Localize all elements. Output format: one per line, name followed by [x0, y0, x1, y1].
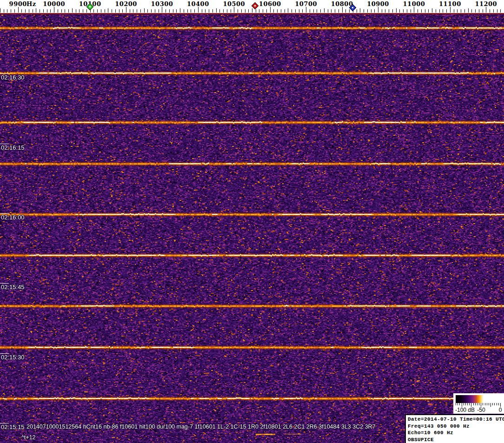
- detection-status-text: 20140710001512564 hCnt16 nb-86 f10601 hi…: [27, 423, 376, 430]
- time-label: 02:16:30: [1, 74, 25, 81]
- freq-axis-unit-label: Hz: [27, 0, 36, 7]
- spectrogram-screen: 9900Hz1000010100102001030010400105001060…: [0, 0, 504, 443]
- freq-tick-label: 10500: [223, 0, 245, 7]
- freq-tick-label: 10600: [259, 0, 281, 7]
- time-label: 02:16:00: [1, 214, 25, 221]
- info-date-time: Date=2014-07-10 Time=00:16 UTC: [408, 416, 504, 423]
- blue-marker-center-dot: [352, 7, 353, 8]
- freq-tick-label: 11200: [475, 0, 497, 7]
- freq-tick-label: 10200: [115, 0, 137, 7]
- red-marker-diamond-icon[interactable]: [251, 2, 259, 10]
- info-rx-frequency: Freq=143 050 000 Hz: [408, 423, 504, 430]
- red-marker-center-dot: [254, 5, 256, 7]
- freq-tick-label: 10000: [43, 0, 65, 7]
- freq-tick-label: 11000: [403, 0, 425, 7]
- legend-label-50db: -50: [477, 407, 485, 413]
- freq-tick-label: 10900: [367, 0, 389, 7]
- freq-tick-label: 10700: [295, 0, 317, 7]
- time-label: 02:15:15: [1, 423, 25, 430]
- color-scale-legend: -100 dB -50 0: [453, 393, 504, 414]
- axis-bottom-edge-line: [0, 13, 504, 14]
- blue-marker-diamond-icon[interactable]: [349, 4, 357, 12]
- time-label: 02:16:15: [1, 144, 25, 151]
- info-observatory: OBSUPICE: [408, 436, 504, 443]
- station-info-box: Date=2014-07-10 Time=00:16 UTC Freq=143 …: [405, 414, 504, 443]
- freq-tick-label: 11100: [439, 0, 461, 7]
- status-note-text: ^t+12: [21, 434, 36, 441]
- green-marker-center-dot: [89, 6, 91, 7]
- spectrogram-waterfall: [0, 14, 504, 443]
- freq-tick-label: 9900: [9, 0, 27, 7]
- time-label: 02:15:30: [1, 354, 25, 361]
- frequency-axis: 9900Hz1000010100102001030010400105001060…: [0, 0, 504, 13]
- info-echo-frequency: Echo=10 600 Hz: [408, 430, 504, 436]
- color-scale-gradient: [456, 395, 500, 403]
- legend-label-100db: -100 dB: [455, 407, 475, 413]
- freq-tick-label: 10400: [187, 0, 209, 7]
- legend-label-0db: 0: [499, 407, 502, 413]
- green-marker-diamond-icon[interactable]: [86, 3, 94, 11]
- freq-tick-label: 10300: [151, 0, 173, 7]
- time-label: 02:15:45: [1, 284, 25, 291]
